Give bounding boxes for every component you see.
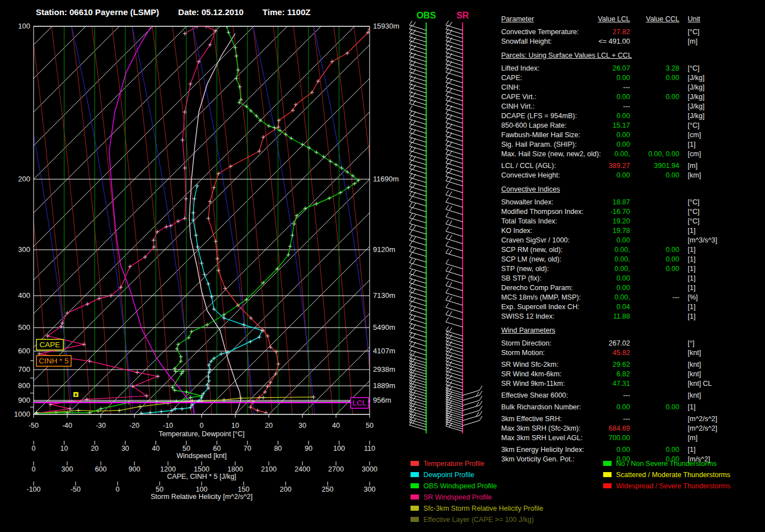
- unit-label: [J/kg]: [688, 102, 705, 111]
- axis-title: Storm Relative Helicity [m^2/s^2]: [151, 493, 253, 501]
- axis-title: CAPE, CINH * 5 [J/kg]: [167, 473, 236, 480]
- param-label: SCP RM (new, old):: [501, 245, 563, 255]
- value-lcl: 267.02: [609, 339, 630, 348]
- axis-tick-label: 2700: [328, 465, 344, 473]
- value-ccl: 0.00: [666, 245, 679, 255]
- axis-tick-label: 60: [213, 445, 221, 452]
- axis-tick-label: 50: [183, 445, 190, 452]
- table-row: Derecho Comp Param:0.00[1]: [501, 283, 765, 293]
- value-lcl: 0.00: [617, 403, 630, 412]
- value-lcl: 0.00: [617, 111, 630, 121]
- param-label: Max 3km SRH (Sfc-2km):: [501, 424, 581, 433]
- axis-tick-label: 1800: [227, 465, 243, 473]
- axis-tick-label: 2100: [261, 465, 277, 473]
- altitude-label: 7130m: [373, 291, 395, 300]
- table-row: SCP RM (new, old):0.00,0.00[1]: [501, 245, 765, 255]
- axis-tick-label: 30: [298, 422, 306, 430]
- value-lcl: 700.00: [609, 433, 630, 443]
- table-row: Craven SigSvr / 1000:0.00[m^3/s^3]: [501, 236, 765, 245]
- param-table-body: Convective Temperature:27.82[°C]Snowfall…: [501, 27, 765, 464]
- value-lcl: 0.00: [617, 140, 630, 150]
- table-row: Lifted Index:26.073.28[°C]: [501, 64, 765, 73]
- param-label: Bulk Richardson Number:: [501, 403, 581, 412]
- value-lcl: ---: [623, 391, 631, 400]
- param-label: CAPE Virt.:: [501, 92, 537, 102]
- table-section-title: Convective Indices: [501, 185, 765, 198]
- table-row: Exp. Supercell Index CH:0.04[1]: [501, 302, 765, 312]
- axis-tick-label: 3000: [362, 465, 377, 473]
- param-label: Modified Thompson Index:: [501, 207, 584, 217]
- pressure-tick-label: 500: [18, 323, 30, 332]
- value-lcl: 389.27: [609, 161, 630, 171]
- unit-label: [km]: [688, 171, 701, 180]
- param-label: SR Wind 9km-11km:: [501, 379, 565, 389]
- param-label: MCS 18m/s (MMP, MSP):: [501, 293, 581, 302]
- legend-swatch-icon: [411, 472, 419, 477]
- param-label: Sig. Hail Param. (SHIP):: [501, 140, 577, 150]
- header-value-ccl: Value CCL: [646, 15, 679, 24]
- value-ccl: 0.00: [666, 171, 679, 180]
- table-row: Convective Height:0.000.00[km]: [501, 171, 765, 180]
- cinh-label: CINH * 5: [39, 357, 68, 365]
- unit-label: [J/kg]: [688, 92, 705, 102]
- value-lcl: 0.00,: [614, 293, 630, 302]
- unit-label: [1]: [688, 283, 696, 293]
- axis-tick-label: 110: [364, 445, 375, 452]
- axis-tick-label: 30: [122, 445, 129, 452]
- x-axis-temperature: -50-40-30-20-1001020304050Temperature, D…: [29, 414, 374, 438]
- value-ccl: 0.00: [666, 264, 679, 274]
- altitude-label: 15930m: [373, 22, 399, 30]
- unit-label: [1]: [688, 245, 696, 255]
- station-title: Station: 06610 Payerne (LSMP): [36, 7, 159, 17]
- param-label: SCP LM (new, old):: [501, 255, 561, 264]
- axis-tick-label: 50: [366, 422, 374, 430]
- aux-magenta-curve: [109, 26, 194, 414]
- cape-label: CAPE: [40, 340, 60, 349]
- param-label: DCAPE (LFS = 954mB):: [501, 111, 577, 121]
- value-ccl: 0.00: [666, 445, 679, 455]
- table-row: Effective Shear 6000:---[knt]: [501, 391, 765, 400]
- unit-label: [1]: [688, 255, 696, 264]
- table-row: Modified Thompson Index:-16.70[°C]: [501, 207, 765, 217]
- axis-tick-label: 10: [60, 445, 68, 452]
- axis-title: Temperature, Dewpoint [°C]: [158, 430, 245, 438]
- time-title: Time: 1100Z: [263, 7, 311, 17]
- axis-tick-label: -40: [62, 422, 72, 430]
- value-lcl: -16.70: [610, 207, 630, 217]
- value-lcl: 0.00: [617, 171, 630, 180]
- table-row: Max 3km SRH Level AGL:700.00[m]: [501, 433, 765, 443]
- param-label: STP (new, old):: [501, 264, 549, 274]
- legend-item: Effective Layer (CAPE >= 100 J/kg): [411, 516, 543, 527]
- x-axis-windspeed: 0102030405060708090100110Windspeed [knt]: [32, 441, 375, 460]
- table-row: 3km Effective SRH:---[m^2/s^2]: [501, 414, 765, 424]
- legend-label: Sfc-3km Storm Relative Helicity Profile: [423, 505, 543, 512]
- sr-column-label: SR: [456, 11, 469, 20]
- axis-tick-label: 80: [274, 445, 282, 452]
- axis-tick-label: 600: [95, 465, 107, 473]
- legend-swatch-icon: [411, 461, 419, 466]
- unit-label: [knt]: [688, 370, 701, 379]
- table-row: Max. Hail Size (new, new2, old):0.00,0.0…: [501, 150, 765, 159]
- value-lcl: 11.88: [613, 312, 630, 321]
- axis-tick-label: 0: [116, 486, 120, 493]
- value-lcl: 19.20: [613, 217, 630, 226]
- unit-label: [°C]: [688, 198, 699, 207]
- legend-label: SR Windspeed Profile: [423, 493, 492, 501]
- unit-label: [1]: [688, 445, 696, 455]
- table-row: Max 3km SRH (Sfc-2km):684.69[m^2/s^2]: [501, 424, 765, 433]
- table-row: MCS 18m/s (MMP, MSP):0.00,---[%]: [501, 293, 765, 302]
- unit-label: [m]: [688, 161, 697, 171]
- lcl-label: LCL: [353, 399, 367, 407]
- unit-label: [1]: [688, 140, 696, 150]
- param-label: CAPE:: [501, 73, 523, 83]
- title-bar: Station: 06610 Payerne (LSMP)Date: 05.12…: [36, 7, 329, 17]
- unit-label: [°C]: [688, 121, 699, 130]
- pressure-tick-label: 300: [18, 245, 30, 254]
- axis-tick-label: 10: [231, 422, 239, 430]
- value-lcl: 0.00,: [614, 150, 630, 159]
- param-label: Max 3km SRH Level AGL:: [501, 433, 582, 443]
- param-label: SWISS 12 Index:: [501, 312, 554, 321]
- unit-label: [1]: [688, 274, 696, 283]
- unit-label: [°C]: [688, 27, 699, 37]
- value-lcl: 0.04: [617, 302, 630, 312]
